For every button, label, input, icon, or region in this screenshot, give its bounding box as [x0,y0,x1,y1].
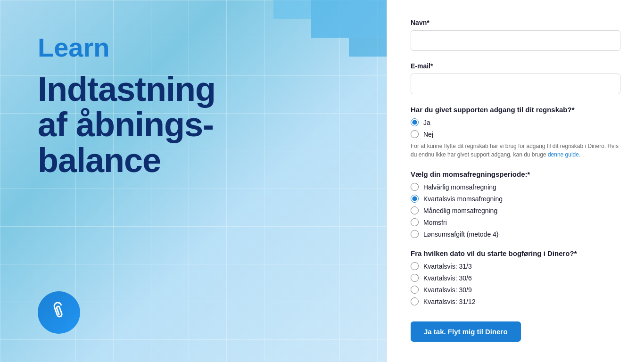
support-question: Har du givet supporten adgang til dit re… [411,106,620,114]
support-nej-item[interactable]: Nej [411,130,620,138]
logo-circle [38,291,80,334]
moms-kvartalsvis-item[interactable]: Kvartalsvis momsafregning [411,195,620,203]
dato-radio-group: Kvartalsvis: 31/3 Kvartalsvis: 30/6 Kvar… [411,262,620,305]
moms-momsfri-item[interactable]: Momsfri [411,218,620,226]
email-group: E-mail* [411,62,620,94]
moms-radio-group: Halvårlig momsafregning Kvartalsvis moms… [411,183,620,238]
moms-maanedlig-item[interactable]: Månedlig momsafregning [411,206,620,214]
main-title: Indtastning af åbnings- balance [38,72,349,179]
dato-q30-6-item[interactable]: Kvartalsvis: 30/6 [411,274,620,282]
support-radio-group: Ja Nej [411,118,620,138]
moms-halvaarlig-label: Halvårlig momsafregning [423,183,496,191]
dato-q31-3-item[interactable]: Kvartalsvis: 31/3 [411,262,620,270]
left-content: Learn Indtastning af åbnings- balance [0,0,387,211]
navn-label: Navn* [411,19,620,26]
left-panel: Learn Indtastning af åbnings- balance [0,0,387,362]
submit-button[interactable]: Ja tak. Flyt mig til Dinero [411,321,521,342]
support-helper-link[interactable]: denne guide. [548,151,580,158]
support-nej-label: Nej [423,131,433,138]
support-group: Har du givet supporten adgang til dit re… [411,106,620,159]
support-nej-radio[interactable] [411,130,419,138]
main-title-line2: af åbnings- [38,106,214,143]
email-input[interactable] [411,74,620,94]
navn-group: Navn* [411,19,620,51]
moms-kvartalsvis-radio[interactable] [411,195,419,203]
logo-area [38,291,80,334]
dato-q31-12-item[interactable]: Kvartalsvis: 31/12 [411,297,620,305]
moms-question: Vælg din momsafregningsperiode:* [411,170,620,178]
learn-label: Learn [38,33,349,62]
dato-group: Fra hvilken dato vil du starte bogføring… [411,249,620,305]
main-title-line1: Indtastning [38,70,215,108]
moms-kvartalsvis-label: Kvartalsvis momsafregning [423,195,503,203]
dato-q30-6-label: Kvartalsvis: 30/6 [423,274,472,282]
dato-q31-3-radio[interactable] [411,262,419,270]
moms-momsfri-label: Momsfri [423,219,447,226]
dato-q31-12-label: Kvartalsvis: 31/12 [423,298,476,305]
moms-momsfri-radio[interactable] [411,218,419,226]
dato-question: Fra hvilken dato vil du starte bogføring… [411,249,620,257]
dato-q31-3-label: Kvartalsvis: 31/3 [423,263,472,270]
moms-group: Vælg din momsafregningsperiode:* Halvårl… [411,170,620,238]
support-ja-item[interactable]: Ja [411,118,620,126]
main-title-line3: balance [38,141,161,179]
dato-q30-9-item[interactable]: Kvartalsvis: 30/9 [411,286,620,294]
support-ja-radio[interactable] [411,118,419,126]
dato-q30-9-radio[interactable] [411,286,419,294]
dato-q31-12-radio[interactable] [411,297,419,305]
paperclip-icon [45,297,73,328]
moms-halvaarlig-item[interactable]: Halvårlig momsafregning [411,183,620,191]
moms-loensumsafgift-label: Lønsumsafgift (metode 4) [423,230,499,238]
support-ja-label: Ja [423,119,430,126]
dato-q30-9-label: Kvartalsvis: 30/9 [423,286,472,294]
moms-halvaarlig-radio[interactable] [411,183,419,191]
navn-input[interactable] [411,30,620,51]
support-helper-text: For at kunne flytte dit regnskab har vi … [411,142,620,159]
moms-loensumsafgift-radio[interactable] [411,230,419,238]
email-label: E-mail* [411,62,620,70]
right-panel: Navn* E-mail* Har du givet supporten adg… [387,0,644,362]
dato-q30-6-radio[interactable] [411,274,419,282]
moms-maanedlig-label: Månedlig momsafregning [423,207,497,214]
moms-maanedlig-radio[interactable] [411,206,419,214]
moms-loensumsafgift-item[interactable]: Lønsumsafgift (metode 4) [411,230,620,238]
